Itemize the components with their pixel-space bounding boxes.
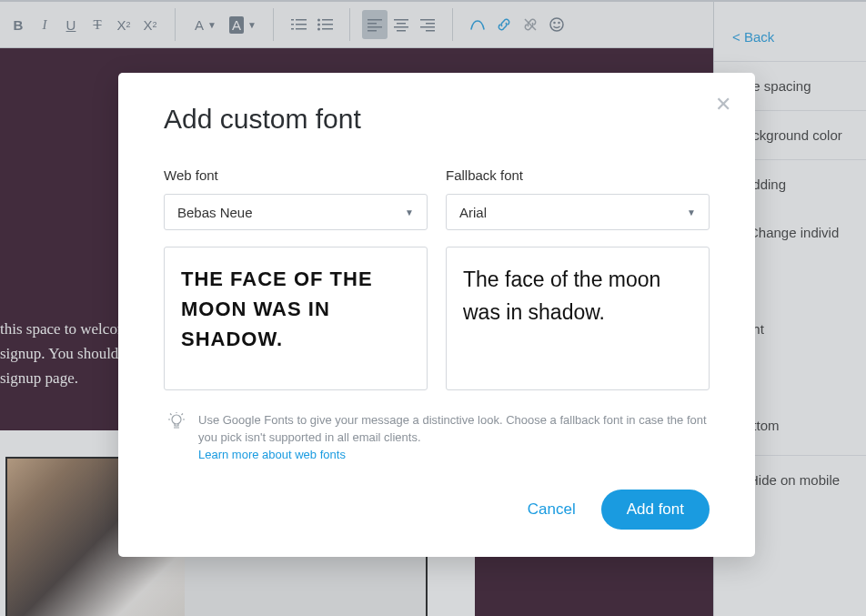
cancel-button[interactable]: Cancel (528, 500, 576, 519)
modal-title: Add custom font (164, 104, 710, 135)
web-font-label: Web font (164, 167, 428, 183)
add-font-button[interactable]: Add font (601, 490, 710, 530)
tip-text: Use Google Fonts to give your message a … (198, 413, 707, 444)
fallback-font-label: Fallback font (446, 167, 710, 183)
web-font-preview: The face of the moon was in shadow. (164, 247, 428, 390)
chevron-down-icon: ▼ (405, 207, 414, 217)
lightbulb-icon (167, 412, 186, 434)
web-font-value: Bebas Neue (177, 205, 253, 220)
chevron-down-icon: ▼ (687, 207, 696, 217)
web-font-select[interactable]: Bebas Neue ▼ (164, 194, 428, 230)
svg-point-28 (172, 415, 181, 424)
fallback-font-value: Arial (459, 205, 487, 220)
add-font-modal: ✕ Add custom font Web font Bebas Neue ▼ … (118, 73, 755, 557)
fallback-font-select[interactable]: Arial ▼ (446, 194, 710, 230)
learn-more-link[interactable]: Learn more about web fonts (198, 448, 346, 461)
close-icon[interactable]: ✕ (715, 93, 731, 116)
fallback-font-preview: The face of the moon was in shadow. (446, 247, 710, 390)
svg-line-33 (182, 414, 184, 416)
svg-line-32 (170, 414, 172, 416)
